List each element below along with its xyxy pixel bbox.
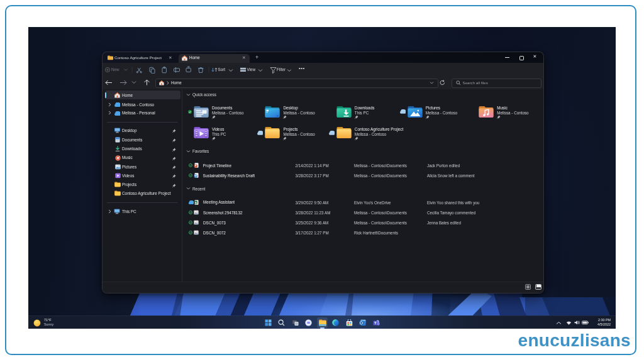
svg-text:P: P xyxy=(194,165,196,168)
svg-text:N: N xyxy=(194,200,196,204)
svg-text:W: W xyxy=(194,174,197,177)
